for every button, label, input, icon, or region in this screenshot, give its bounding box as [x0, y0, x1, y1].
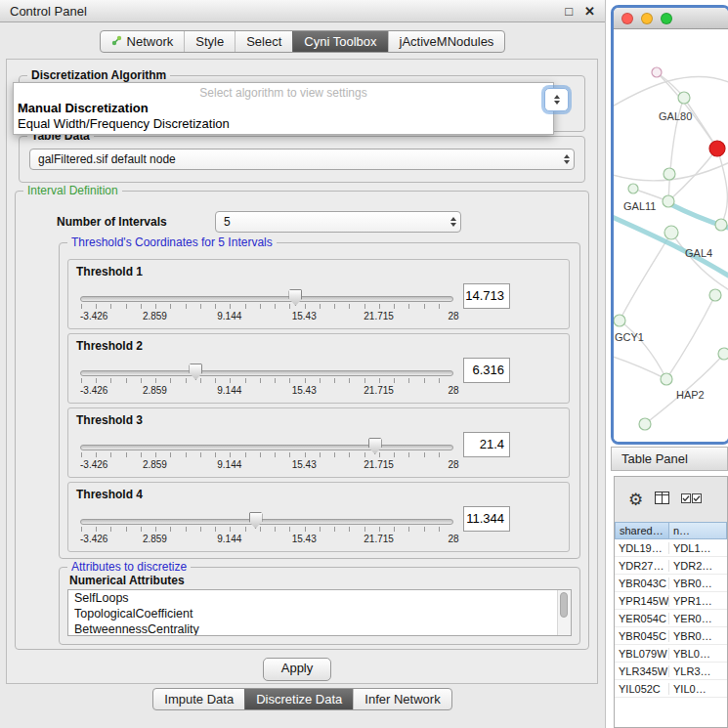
attributes-scrollbar[interactable] [557, 590, 571, 635]
network-node[interactable] [628, 184, 638, 193]
bottom-tab-infer-network[interactable]: Infer Network [353, 689, 450, 709]
screen: Control Panel □ ✕ NetworkStyleSelectCyni… [0, 0, 728, 728]
slider-scale-labels: -3.4262.8599.14415.4321.71528 [80, 459, 453, 471]
bottom-tabs: Impute DataDiscretize DataInfer Network [152, 688, 451, 710]
table-data-group: Table Data galFiltered.sif default node [19, 136, 585, 183]
tab-label: Cyni Toolbox [304, 34, 376, 49]
network-edge [614, 354, 666, 379]
scale-label: 9.144 [217, 534, 241, 544]
network-node-label-hap2: HAP2 [676, 389, 705, 401]
select-columns-icon[interactable] [681, 491, 703, 508]
network-node[interactable] [639, 418, 651, 430]
algorithm-option-manual-discretization[interactable]: Manual Discretization [14, 101, 553, 116]
network-node[interactable] [709, 289, 721, 301]
slider-ticks [81, 378, 452, 383]
table-cell: YBR045C [615, 630, 669, 642]
slider-track[interactable] [80, 445, 453, 450]
network-edge [666, 295, 715, 379]
algorithm-combo-stepper[interactable] [544, 88, 569, 111]
network-node[interactable] [652, 67, 662, 77]
threshold-slider[interactable]: -3.4262.8599.14415.4321.71528 [80, 510, 453, 549]
attributes-items: SelfLoopsTopologicalCoefficientBetweenne… [68, 590, 571, 636]
bottom-tab-discretize-data[interactable]: Discretize Data [244, 689, 353, 709]
slider-scale-labels: -3.4262.8599.14415.4321.71528 [80, 534, 453, 545]
network-edge [620, 321, 666, 379]
combo-updown-icon [559, 150, 574, 169]
attribute-item-betweennesscentrality[interactable]: BetweennessCentrality [68, 621, 571, 636]
attributes-listbox[interactable]: SelfLoopsTopologicalCoefficientBetweenne… [67, 589, 572, 636]
scale-label: 21.715 [364, 534, 394, 544]
threshold-value-field[interactable]: 6.316 [463, 358, 510, 383]
tab-style[interactable]: Style [184, 31, 235, 52]
attribute-item-selfloops[interactable]: SelfLoops [68, 590, 571, 606]
network-node[interactable] [664, 226, 678, 239]
threshold-slider[interactable]: -3.4262.8599.14415.4321.71528 [80, 436, 453, 475]
num-intervals-combo[interactable]: 5 [215, 211, 461, 233]
network-window-titlebar [614, 8, 728, 29]
bottom-tab-impute-data[interactable]: Impute Data [153, 689, 244, 709]
table-cell: YDR2… [669, 560, 727, 572]
attributes-group-label: Attributes to discretize [67, 560, 191, 574]
network-node[interactable] [678, 92, 690, 104]
apply-button[interactable]: Apply [263, 658, 331, 681]
scale-label: 21.715 [364, 311, 394, 321]
stepper-up-icon [554, 95, 560, 99]
tab-network[interactable]: Network [101, 31, 185, 52]
threshold-label: Threshold 2 [76, 339, 143, 353]
slider-track[interactable] [80, 519, 453, 525]
network-node[interactable] [718, 348, 728, 360]
tab-jactivemnodules[interactable]: jActiveMNodules [388, 31, 505, 52]
slider-track[interactable] [80, 296, 453, 302]
network-node-label-gal4: GAL4 [685, 247, 712, 259]
columns-icon[interactable] [655, 491, 669, 508]
table-row[interactable]: YIL052CYIL0… [615, 680, 727, 698]
network-node[interactable] [664, 168, 675, 180]
scale-label: -3.426 [80, 311, 107, 321]
tab-label: Style [195, 34, 224, 49]
table-cell: YDL19… [615, 542, 669, 554]
network-canvas[interactable]: GAL80GAL11GAL4GCY1HAP2 [614, 29, 728, 443]
algorithm-option-equal-width-frequency-discretization[interactable]: Equal Width/Frequency Discretization [14, 116, 553, 132]
close-button[interactable] [621, 13, 633, 24]
column-header-shared-name[interactable]: shared… [615, 522, 669, 539]
table-row[interactable]: YDR27…YDR2… [615, 557, 727, 575]
close-icon[interactable]: ✕ [584, 4, 595, 19]
num-intervals-value: 5 [216, 215, 446, 229]
threshold-value-field[interactable]: 11.344 [463, 506, 510, 532]
table-row[interactable]: YER054CYER0… [615, 610, 727, 627]
attribute-item-topologicalcoefficient[interactable]: TopologicalCoefficient [68, 606, 571, 621]
table-data-combo[interactable]: galFiltered.sif default node [29, 149, 575, 170]
table-row[interactable]: YDL19…YDL1… [615, 539, 727, 557]
scrollbar-thumb[interactable] [560, 592, 568, 618]
minimize-button[interactable] [641, 13, 653, 24]
tab-cyni-toolbox[interactable]: Cyni Toolbox [292, 31, 387, 52]
table-row[interactable]: YBR045CYBR0… [615, 627, 727, 645]
threshold-value-field[interactable]: 14.713 [463, 283, 510, 309]
network-node[interactable] [715, 219, 727, 231]
scale-label: 28 [448, 534, 458, 544]
thresholds-group: Threshold's Coordinates for 5 Intervals … [59, 242, 580, 559]
table-cell: YBL0… [669, 648, 727, 660]
table-panel-header[interactable]: Table Panel [611, 447, 728, 471]
network-node[interactable] [614, 315, 625, 326]
network-edge [614, 76, 728, 111]
network-node[interactable] [709, 141, 725, 156]
network-node[interactable] [663, 195, 674, 207]
zoom-button[interactable] [661, 13, 672, 24]
gear-icon[interactable]: ⚙ [628, 492, 643, 508]
table-row[interactable]: YBL079WYBL0… [615, 645, 727, 663]
restore-icon[interactable]: □ [565, 4, 573, 19]
column-header-name[interactable]: n… [669, 522, 727, 539]
table-row[interactable]: YPR145WYPR1… [615, 592, 727, 610]
table-cell: YPR145W [615, 595, 669, 607]
table-cell: YDR27… [615, 560, 669, 572]
threshold-slider[interactable]: -3.4262.8599.14415.4321.71528 [80, 287, 453, 326]
network-node[interactable] [661, 373, 672, 385]
table-cell: YLR3… [669, 665, 727, 677]
tab-select[interactable]: Select [235, 31, 292, 52]
table-row[interactable]: YBR043CYBR0… [615, 575, 727, 592]
threshold-value-field[interactable]: 21.4 [463, 432, 510, 457]
table-row[interactable]: YLR345WYLR3… [615, 663, 727, 680]
slider-track[interactable] [80, 370, 453, 376]
threshold-slider[interactable]: -3.4262.8599.14415.4321.71528 [80, 362, 453, 401]
